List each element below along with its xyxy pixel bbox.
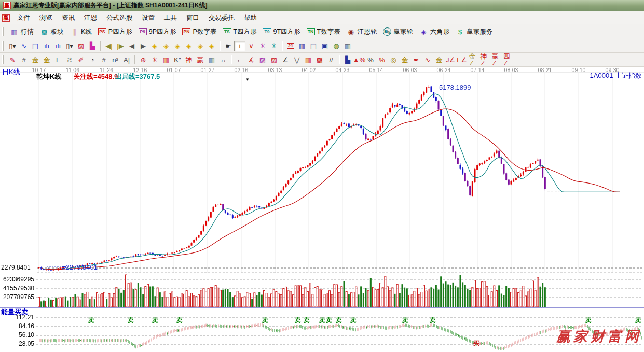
t-square-button[interactable]: TST四方形	[220, 26, 259, 37]
kline-button[interactable]: ∥K线	[67, 26, 95, 37]
target-circle-icon[interactable]: ⊕	[138, 54, 149, 65]
gold-ruler-icon[interactable]: 金	[30, 54, 41, 65]
go-first-button[interactable]: ◀|	[103, 41, 115, 51]
notes-button[interactable]: ▤	[308, 41, 319, 51]
red-grid-icon[interactable]: ▦	[160, 54, 172, 65]
f-ruler-icon[interactable]: F	[52, 54, 64, 65]
fan-box-red-icon[interactable]: ▨	[268, 54, 280, 65]
gann-fan-icon[interactable]: ∡	[245, 54, 257, 65]
gold-angle-line-icon[interactable]: 金∠	[468, 54, 479, 65]
purple-pattern-button[interactable]: ✳	[257, 41, 268, 51]
menu-item[interactable]: 文件	[12, 12, 35, 24]
percent-triangle-icon[interactable]: ▲%	[353, 54, 365, 65]
corner-grid-icon[interactable]: ▩	[314, 54, 325, 65]
hand-tool-button[interactable]: ☛	[223, 41, 234, 51]
menu-item[interactable]: 帮助	[239, 12, 262, 24]
menu-item[interactable]: 公式选股	[102, 12, 137, 24]
nine-p-square-button[interactable]: P99P四方形	[135, 26, 180, 37]
color-histogram-icon[interactable]: ▙	[87, 41, 98, 51]
menu-item[interactable]: 资讯	[57, 12, 79, 24]
toolbar-grip[interactable]	[2, 55, 4, 64]
candle-dropdown[interactable]: ▯▾	[64, 41, 75, 51]
info-panel-icon[interactable]: ▤	[30, 41, 41, 51]
diamond-expand-button[interactable]: ◈	[172, 41, 183, 51]
k-quote-icon[interactable]: K″	[172, 54, 183, 65]
win-angle-line-icon[interactable]: 赢∠	[490, 54, 502, 65]
f-angle-line-icon[interactable]: F∠	[456, 54, 468, 65]
calendar-button[interactable]: 21	[285, 41, 296, 51]
title-bar[interactable]: 赢 赢家江恩专业版[赢家内部服务平台] - [上证指数 SH1A0001-241…	[0, 0, 644, 11]
p-number-table-button[interactable]: PNP数字表	[179, 26, 220, 37]
menu-item[interactable]: 交易委托	[204, 12, 239, 24]
step-forward-button[interactable]: ▶	[138, 41, 149, 51]
t-number-table-button[interactable]: TNT数字表	[304, 26, 344, 37]
go-last-button[interactable]: |▶	[115, 41, 126, 51]
mirror-tool-icon[interactable]: A|	[121, 54, 132, 65]
diamond-shrink-button[interactable]: ◈	[183, 41, 195, 51]
gann-wheel-button[interactable]: ◉江恩轮	[344, 26, 380, 37]
four-angle-line-icon[interactable]: 四∠	[502, 54, 513, 65]
width-arrows-icon[interactable]: ↔	[217, 54, 229, 65]
shen-angle-line-icon[interactable]: 神∠	[479, 54, 490, 65]
shen-ruler-icon[interactable]: 神	[183, 54, 195, 65]
diamond-cross-button[interactable]: ◈	[195, 41, 206, 51]
n2-ruler-icon[interactable]: n²	[109, 54, 121, 65]
star-burst-icon[interactable]: ✳	[149, 54, 160, 65]
grid-123-icon[interactable]: ▦	[206, 54, 217, 65]
hexagon-button[interactable]: ◈六角形	[416, 26, 453, 37]
percent-line-icon[interactable]: %	[376, 54, 388, 65]
p-square-button[interactable]: PSP四方形	[95, 26, 135, 37]
win-ruler-icon[interactable]: 赢	[195, 54, 206, 65]
menu-item[interactable]: 浏览	[35, 12, 57, 24]
web-export-button[interactable]: ◍	[331, 41, 342, 51]
pen-tool-icon[interactable]: ✎	[7, 54, 18, 65]
menu-item[interactable]: 江恩	[79, 12, 102, 24]
kline-style-dropdown[interactable]: ▯▾	[7, 41, 18, 51]
gold-circle-line-icon[interactable]: ◎	[388, 54, 399, 65]
plain-ruler-icon[interactable]: #	[98, 54, 109, 65]
red-kline-box-icon[interactable]: ▨	[75, 41, 87, 51]
v-dotted-icon[interactable]: ⋁	[291, 54, 303, 65]
price-ladder-icon[interactable]: ▙	[342, 54, 353, 65]
save-button[interactable]: ▣	[319, 41, 331, 51]
bars-9-period-icon[interactable]: ılı	[52, 41, 64, 51]
s-ruler-icon[interactable]: Ƨ	[64, 54, 75, 65]
menu-item[interactable]: 设置	[137, 12, 159, 24]
menu-item[interactable]: 窗口	[182, 12, 204, 24]
bars-3-period-icon[interactable]: ılı	[41, 41, 52, 51]
crosshair-tool-button[interactable]: +	[234, 41, 245, 51]
fan-box-purple-icon[interactable]: ▨	[257, 54, 268, 65]
signal-marker-icon[interactable]: ✒	[410, 54, 422, 65]
menu-item[interactable]: 工具	[159, 12, 182, 24]
calculator-button[interactable]: ▦	[296, 41, 308, 51]
corner-tool-icon[interactable]: ⌐	[234, 54, 245, 65]
price-volume-indicator-canvas[interactable]	[0, 67, 644, 352]
teal-pattern-button[interactable]: ✳	[268, 41, 280, 51]
toolbar-grip[interactable]	[2, 41, 4, 51]
remote-pc-button[interactable]: ▥	[342, 41, 353, 51]
gann-ruler-icon[interactable]: #	[18, 54, 30, 65]
nine-t-square-button[interactable]: T99T四方形	[259, 26, 303, 37]
diamond-right-button[interactable]: ◈	[160, 41, 172, 51]
wave-box-icon[interactable]: ∿	[422, 54, 433, 65]
percent-icon[interactable]: %	[365, 54, 376, 65]
winner-service-button[interactable]: $赢家服务	[453, 26, 496, 37]
quotes-button[interactable]: ▦行情	[7, 26, 37, 37]
step-back-button[interactable]: ◀	[126, 41, 138, 51]
diamond-left-button[interactable]: ◈	[149, 41, 160, 51]
gold-line-icon[interactable]: 金	[399, 54, 410, 65]
diamond-move-button[interactable]: ◈	[206, 41, 217, 51]
trend-angle-icon[interactable]: ∠	[280, 54, 291, 65]
gold-double-line-icon[interactable]: 金	[433, 54, 445, 65]
pen-ruler-icon[interactable]: ✐	[75, 54, 87, 65]
sectors-button[interactable]: ▩板块	[37, 26, 67, 37]
j-angle-line-icon[interactable]: J∠	[445, 54, 456, 65]
time-cycle-icon[interactable]: ◔	[87, 54, 98, 65]
hatch-lines-icon[interactable]: //	[325, 54, 337, 65]
toolbar-grip[interactable]	[2, 27, 4, 36]
zigzag-tool-icon[interactable]: ∿	[18, 41, 30, 51]
gold-ruler2-icon[interactable]: 金	[41, 54, 52, 65]
dense-grid-icon[interactable]: ▦	[303, 54, 314, 65]
winner-wheel-button[interactable]: Big赢家轮	[380, 26, 416, 37]
angle-measure-button[interactable]: ∨	[245, 41, 257, 51]
